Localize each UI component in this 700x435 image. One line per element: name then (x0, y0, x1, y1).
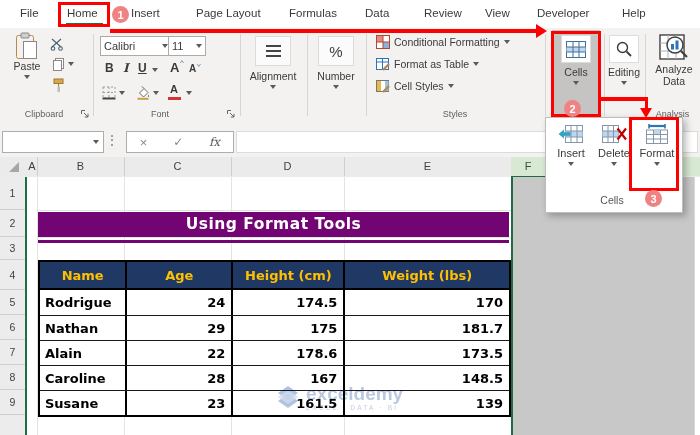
cell-height[interactable]: 167 (231, 366, 343, 390)
increase-font-button[interactable]: A (170, 60, 179, 75)
insert-menu-chevron[interactable] (568, 162, 574, 166)
row-header-7[interactable]: 7 (0, 340, 25, 365)
row-header-5[interactable]: 5 (0, 290, 25, 315)
row-header-8[interactable]: 8 (0, 365, 25, 390)
tab-developer[interactable]: Developer (537, 7, 589, 19)
borders-icon[interactable] (102, 86, 116, 100)
format-painter-icon[interactable] (52, 78, 65, 93)
row-header-4[interactable]: 4 (0, 260, 25, 290)
header-weight[interactable]: Weight (lbs) (343, 262, 509, 288)
tab-formulas[interactable]: Formulas (289, 7, 337, 19)
tab-page-layout[interactable]: Page Layout (196, 7, 261, 19)
number-chevron[interactable] (333, 85, 339, 89)
font-name-select[interactable]: Calibri (100, 36, 172, 56)
cell-height[interactable]: 161.5 (231, 391, 343, 415)
header-age[interactable]: Age (125, 262, 231, 288)
column-header-d[interactable]: D (231, 157, 345, 176)
cell-age[interactable]: 29 (125, 316, 231, 340)
cell-name[interactable]: Rodrigue (40, 290, 125, 315)
cell-weight[interactable]: 170 (343, 290, 509, 315)
copy-icon[interactable] (52, 57, 65, 72)
cancel-icon[interactable]: × (140, 135, 148, 150)
alignment-chevron[interactable] (270, 85, 276, 89)
editing-chevron[interactable] (621, 81, 627, 85)
cell-age[interactable]: 28 (125, 366, 231, 390)
table-row: Nathan 29 175 181.7 (40, 315, 509, 340)
paste-dropdown-chevron[interactable] (24, 75, 30, 79)
underline-chevron[interactable] (152, 68, 158, 72)
cut-icon[interactable] (50, 37, 64, 51)
bold-button[interactable]: B (105, 61, 114, 75)
cell-weight[interactable]: 148.5 (343, 366, 509, 390)
font-color-chevron[interactable] (186, 91, 192, 95)
cell-weight[interactable]: 173.5 (343, 341, 509, 365)
cell-name[interactable]: Alain (40, 341, 125, 365)
analyze-data-button[interactable]: Analyze Data (652, 33, 696, 87)
name-box-chevron[interactable] (93, 140, 99, 144)
tab-view[interactable]: View (485, 7, 510, 19)
cell-styles-button[interactable]: Cell Styles (376, 79, 454, 93)
cell-age[interactable]: 24 (125, 290, 231, 315)
cell-weight[interactable]: 139 (343, 391, 509, 415)
selected-column-region[interactable] (511, 177, 694, 435)
column-header-c[interactable]: C (124, 157, 232, 176)
format-as-table-chevron (473, 62, 479, 66)
cell-name[interactable]: Nathan (40, 316, 125, 340)
clipboard-dialog-launcher-icon[interactable] (80, 109, 90, 119)
alignment-button[interactable]: Alignment (253, 36, 293, 89)
tab-data[interactable]: Data (365, 7, 389, 19)
font-dialog-launcher-icon[interactable] (226, 109, 236, 119)
data-table[interactable]: Name Age Height (cm) Weight (lbs) Rodrig… (38, 260, 511, 417)
decrease-font-button[interactable]: A (189, 63, 196, 74)
number-button[interactable]: % Number (316, 36, 356, 89)
column-header-f-selected[interactable]: F (511, 157, 546, 178)
tab-help[interactable]: Help (622, 7, 646, 19)
fill-color-icon[interactable] (136, 85, 151, 100)
tab-review[interactable]: Review (424, 7, 462, 19)
font-color-icon[interactable]: A (170, 83, 178, 95)
formula-bar-divider-dots (111, 135, 113, 147)
select-all-icon[interactable] (9, 162, 19, 172)
row-header-3[interactable]: 3 (0, 237, 25, 260)
column-header-e[interactable]: E (344, 157, 512, 176)
column-header-b[interactable]: B (37, 157, 125, 176)
cell-weight[interactable]: 181.7 (343, 316, 509, 340)
worksheet[interactable]: 1 2 3 4 5 6 7 8 9 Using Format Tools Nam… (0, 177, 700, 435)
annotation-box-home (58, 2, 110, 27)
cell-height[interactable]: 178.6 (231, 341, 343, 365)
fill-color-chevron[interactable] (153, 91, 159, 95)
format-as-table-button[interactable]: Format as Table (376, 57, 479, 71)
cell-name[interactable]: Susane (40, 391, 125, 415)
enter-icon[interactable]: ✓ (173, 135, 183, 149)
annotation-badge-3: 3 (645, 190, 662, 207)
percent-icon: % (329, 43, 342, 60)
row-header-1[interactable]: 1 (0, 177, 25, 210)
underline-button[interactable]: U (138, 61, 147, 75)
insert-menu-button[interactable]: Insert (551, 124, 591, 166)
sheet-title-cell[interactable]: Using Format Tools (38, 212, 509, 237)
copy-chevron[interactable] (68, 62, 74, 66)
font-size-select[interactable]: 11 (168, 36, 206, 56)
borders-chevron[interactable] (119, 91, 125, 95)
header-name[interactable]: Name (40, 262, 125, 288)
conditional-formatting-button[interactable]: Conditional Formatting (376, 35, 510, 49)
cell-height[interactable]: 174.5 (231, 290, 343, 315)
paste-button[interactable]: Paste (8, 32, 46, 79)
tab-file[interactable]: File (20, 7, 39, 19)
row-header-6[interactable]: 6 (0, 315, 25, 340)
editing-button[interactable]: Editing (604, 35, 644, 85)
annotation-badge-2: 2 (564, 100, 581, 117)
insert-function-icon[interactable]: fx (209, 135, 220, 149)
header-height[interactable]: Height (cm) (231, 262, 343, 288)
cells-menu-group-label: Cells (584, 194, 640, 206)
name-box[interactable] (2, 131, 104, 153)
cell-height[interactable]: 175 (231, 316, 343, 340)
row-header-2[interactable]: 2 (0, 210, 25, 237)
cell-name[interactable]: Caroline (40, 366, 125, 390)
tab-insert[interactable]: Insert (131, 7, 160, 19)
delete-menu-chevron[interactable] (611, 162, 617, 166)
cell-age[interactable]: 23 (125, 391, 231, 415)
italic-button[interactable]: I (123, 61, 129, 75)
row-header-9[interactable]: 9 (0, 390, 25, 415)
cell-age[interactable]: 22 (125, 341, 231, 365)
